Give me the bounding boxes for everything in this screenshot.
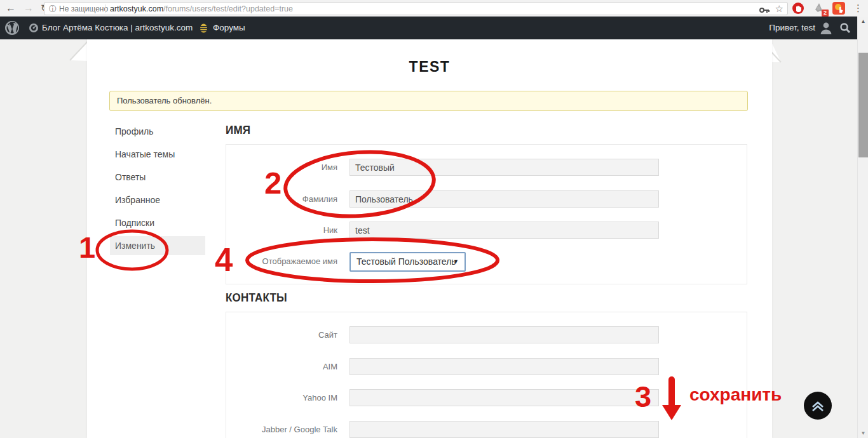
name-section-header: ИМЯ [226,123,250,137]
saved-password-key-icon[interactable] [759,5,770,17]
antivirus-extension-icon[interactable]: 2 [813,2,825,15]
extension-badge: 2 [822,10,829,17]
yahoo-im-label: Yahoo IM [226,393,337,402]
url-text: artkostyuk.com/forums/users/test/edit?up… [110,4,293,13]
update-notice: Пользователь обновлён. [109,91,748,111]
jabber-input[interactable] [349,421,659,438]
scrollbar-up-arrow[interactable]: ▲ [858,17,868,26]
first-name-label: Имя [226,163,337,172]
browser-menu-icon[interactable]: ⋮ [853,1,863,15]
contacts-section-header: КОНТАКТЫ [226,291,287,305]
last-name-input[interactable] [349,190,659,208]
aim-label: AIM [226,362,337,371]
url-path: /forums/users/test/edit?updated=true [163,4,293,13]
display-name-select[interactable]: Тестовый Пользователь ▼ [349,252,466,272]
forward-icon[interactable]: → [24,1,34,16]
sidebar-item-edit[interactable]: Изменить [110,236,205,255]
double-chevron-up-icon [804,392,832,420]
dashboard-gauge-icon [29,23,39,36]
search-icon[interactable] [839,22,851,36]
last-name-label: Фамилия [226,194,337,204]
wp-admin-bar: Блог Артёма Костюка | artkostyuk.com Фор… [0,17,868,39]
scrollbar-down-arrow[interactable]: ▼ [858,428,868,438]
nickname-label: Ник [226,225,337,235]
blocker-extension-icon[interactable] [792,2,804,15]
website-input[interactable] [349,326,659,343]
pointer-extension-icon[interactable] [832,2,845,15]
sidebar-item-topics-started[interactable]: Начатые темы [110,145,205,164]
first-name-input[interactable] [349,159,659,176]
page-content: TEST Пользователь обновлён. Профиль Нача… [0,39,868,438]
scrollbar[interactable]: ▲ ▼ [857,17,868,438]
back-icon[interactable]: ← [6,1,16,16]
page-title: TEST [87,58,772,76]
security-label: Не защищено [59,4,108,13]
avatar-icon[interactable] [819,21,833,37]
aim-input[interactable] [349,358,659,375]
display-name-selected-value: Тестовый Пользователь [356,256,456,267]
sidebar-item-favorites[interactable]: Избранное [110,190,205,209]
site-info-icon[interactable]: ⓘ [49,4,57,15]
sidebar-item-subscriptions[interactable]: Подписки [110,213,205,232]
bookmark-star-icon[interactable]: ☆ [775,3,783,15]
site-name-menu[interactable]: Блог Артёма Костюка | artkostyuk.com [42,17,193,39]
sidebar-item-profile[interactable]: Профиль [110,122,205,141]
greeting-menu[interactable]: Привет, test [769,17,815,39]
bbpress-bee-icon [199,23,208,36]
divider [105,4,105,13]
chevron-down-icon: ▼ [453,253,459,270]
address-bar[interactable]: ⓘ Не защищено artkostyuk.com/forums/user… [44,2,788,15]
screen: ← → ↻ ⓘ Не защищено artkostyuk.com/forum… [0,0,868,438]
scrollbar-thumb[interactable] [858,53,868,157]
url-domain: artkostyuk.com [110,4,163,13]
browser-toolbar: ← → ↻ ⓘ Не защищено artkostyuk.com/forum… [0,0,868,17]
wordpress-logo-icon[interactable] [4,20,20,38]
forums-menu[interactable]: Форумы [213,17,245,39]
jabber-label: Jabber / Google Talk [226,425,337,434]
website-label: Сайт [226,330,337,340]
scroll-to-top-button[interactable] [804,392,832,420]
nickname-input[interactable] [349,222,659,239]
sidebar-item-replies[interactable]: Ответы [110,168,205,187]
display-name-label: Отображаемое имя [226,256,337,266]
yahoo-im-input[interactable] [349,389,659,406]
